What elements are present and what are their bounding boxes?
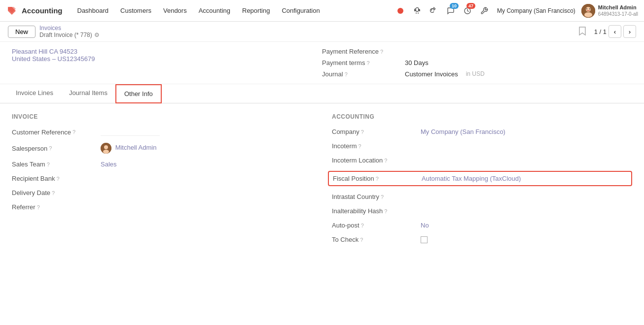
auto-post-help-icon[interactable]: ? bbox=[361, 223, 364, 228]
status-red-icon[interactable] bbox=[394, 4, 407, 18]
page-info: 1 / 1 bbox=[594, 28, 607, 35]
svg-point-11 bbox=[103, 150, 109, 154]
recipient-bank-label: Recipient Bank ? bbox=[12, 175, 101, 182]
company-value[interactable]: My Company (San Francisco) bbox=[421, 128, 505, 135]
bookmark-button[interactable] bbox=[578, 26, 586, 37]
incoterm-row: Incoterm ? bbox=[332, 142, 632, 150]
journal-help-icon[interactable]: ? bbox=[345, 71, 348, 77]
journal-value[interactable]: Customer Invoices bbox=[405, 70, 458, 78]
inalterability-hash-help-icon[interactable]: ? bbox=[384, 208, 387, 214]
svg-point-0 bbox=[397, 8, 403, 14]
recipient-bank-value[interactable] bbox=[101, 175, 160, 182]
update-icon[interactable] bbox=[427, 4, 441, 18]
delivery-date-help-icon[interactable]: ? bbox=[52, 190, 55, 196]
salesperson-value[interactable]: Mitchell Admin bbox=[101, 143, 156, 154]
app-brand: Accounting bbox=[22, 6, 63, 15]
settings-gear-icon[interactable]: ⚙ bbox=[94, 32, 100, 38]
to-check-checkbox[interactable] bbox=[421, 236, 428, 243]
incoterm-location-help-icon[interactable]: ? bbox=[384, 158, 387, 163]
pagination: 1 / 1 ‹ › bbox=[594, 25, 636, 38]
tab-invoice-lines[interactable]: Invoice Lines bbox=[8, 84, 61, 103]
tools-icon[interactable] bbox=[477, 4, 491, 18]
incoterm-value[interactable] bbox=[421, 142, 460, 150]
delivery-date-value[interactable] bbox=[101, 189, 160, 196]
intrastat-country-value[interactable] bbox=[421, 193, 460, 200]
customer-reference-help-icon[interactable]: ? bbox=[72, 129, 75, 135]
user-code: 64894313-17-0-all bbox=[598, 11, 638, 17]
nav-dashboard[interactable]: Dashboard bbox=[72, 5, 114, 16]
svg-point-8 bbox=[589, 8, 590, 9]
referrer-value[interactable] bbox=[101, 203, 160, 211]
new-button[interactable]: New bbox=[8, 26, 36, 38]
incoterm-help-icon[interactable]: ? bbox=[358, 143, 361, 149]
app-logo[interactable] bbox=[6, 5, 18, 17]
payment-terms-row: Payment terms ? 30 Days bbox=[322, 59, 632, 66]
nav-accounting[interactable]: Accounting bbox=[194, 5, 235, 16]
inalterability-hash-row: Inalterability Hash ? bbox=[332, 207, 632, 215]
nav-reporting[interactable]: Reporting bbox=[237, 5, 275, 16]
journal-row: Journal ? Customer Invoices in USD bbox=[322, 70, 632, 78]
delivery-date-label: Delivery Date ? bbox=[12, 189, 101, 196]
activity-icon[interactable]: 47 bbox=[461, 4, 474, 18]
sales-team-help-icon[interactable]: ? bbox=[47, 162, 50, 167]
recipient-bank-help-icon[interactable]: ? bbox=[56, 176, 59, 182]
fiscal-position-row: Fiscal Position ? Automatic Tax Mapping … bbox=[328, 171, 632, 186]
sales-team-value[interactable]: Sales bbox=[101, 161, 117, 168]
address-right: Payment Reference ? Payment terms ? 30 D… bbox=[322, 48, 632, 78]
address-section: Pleasant Hill CA 94523 United States – U… bbox=[0, 42, 644, 84]
intrastat-country-help-icon[interactable]: ? bbox=[381, 194, 384, 200]
address-left: Pleasant Hill CA 94523 United States – U… bbox=[12, 48, 322, 78]
customer-reference-value[interactable] bbox=[101, 128, 160, 136]
user-menu[interactable]: Mitchell Admin 64894313-17-0-all bbox=[581, 4, 638, 18]
fiscal-position-value[interactable]: Automatic Tax Mapping (TaxCloud) bbox=[422, 175, 521, 182]
referrer-help-icon[interactable]: ? bbox=[37, 204, 40, 210]
company-selector[interactable]: My Company (San Francisco) bbox=[497, 7, 575, 14]
discuss-icon[interactable]: 10 bbox=[444, 4, 458, 18]
debug-icon[interactable] bbox=[410, 4, 424, 18]
company-label: Company ? bbox=[332, 128, 421, 135]
inalterability-hash-label: Inalterability Hash ? bbox=[332, 207, 421, 215]
discuss-badge: 10 bbox=[450, 3, 459, 9]
fiscal-position-label: Fiscal Position ? bbox=[333, 175, 422, 182]
incoterm-location-row: Incoterm Location ? bbox=[332, 157, 632, 164]
recipient-bank-row: Recipient Bank ? bbox=[12, 175, 312, 182]
address-line1[interactable]: Pleasant Hill CA 94523 bbox=[12, 48, 322, 55]
activity-badge: 47 bbox=[466, 3, 475, 9]
auto-post-value[interactable]: No bbox=[421, 222, 429, 229]
customer-reference-row: Customer Reference ? bbox=[12, 128, 312, 136]
payment-terms-label: Payment terms ? bbox=[322, 59, 401, 66]
svg-point-6 bbox=[584, 12, 592, 17]
address-line2[interactable]: United States – US12345679 bbox=[12, 55, 322, 63]
breadcrumb-parent[interactable]: Invoices bbox=[39, 25, 100, 32]
journal-extra: in USD bbox=[466, 70, 485, 77]
nav-customers[interactable]: Customers bbox=[115, 5, 156, 16]
accounting-column: ACCOUNTING Company ? My Company (San Fra… bbox=[332, 113, 632, 250]
referrer-label: Referrer ? bbox=[12, 203, 101, 211]
incoterm-location-value[interactable] bbox=[421, 157, 460, 164]
sales-team-row: Sales Team ? Sales bbox=[12, 161, 312, 168]
company-help-icon[interactable]: ? bbox=[361, 129, 364, 135]
fiscal-position-help-icon[interactable]: ? bbox=[376, 176, 379, 182]
payment-terms-help-icon[interactable]: ? bbox=[366, 60, 369, 66]
payment-reference-help-icon[interactable]: ? bbox=[380, 49, 383, 55]
next-page-button[interactable]: › bbox=[623, 25, 636, 38]
nav-configuration[interactable]: Configuration bbox=[277, 5, 324, 16]
breadcrumb-current: Draft Invoice (* 778) ⚙ bbox=[39, 32, 100, 38]
to-check-row: To Check ? bbox=[332, 236, 632, 243]
sales-team-label: Sales Team ? bbox=[12, 161, 101, 168]
salesperson-row: Salesperson ? Mitchell Admin bbox=[12, 143, 312, 154]
payment-reference-row: Payment Reference ? bbox=[322, 48, 632, 55]
two-column-layout: INVOICE Customer Reference ? Salesperson… bbox=[12, 113, 632, 250]
to-check-help-icon[interactable]: ? bbox=[360, 237, 363, 243]
invoice-section-title: INVOICE bbox=[12, 113, 312, 120]
prev-page-button[interactable]: ‹ bbox=[608, 25, 621, 38]
other-info-content: INVOICE Customer Reference ? Salesperson… bbox=[0, 103, 644, 260]
tab-journal-items[interactable]: Journal Items bbox=[61, 84, 115, 103]
inalterability-hash-value bbox=[421, 207, 423, 215]
tab-other-info[interactable]: Other Info bbox=[115, 84, 162, 103]
auto-post-row: Auto-post ? No bbox=[332, 222, 632, 229]
company-row: Company ? My Company (San Francisco) bbox=[332, 128, 632, 135]
svg-point-7 bbox=[586, 8, 587, 9]
salesperson-help-icon[interactable]: ? bbox=[49, 145, 52, 151]
nav-vendors[interactable]: Vendors bbox=[158, 5, 192, 16]
